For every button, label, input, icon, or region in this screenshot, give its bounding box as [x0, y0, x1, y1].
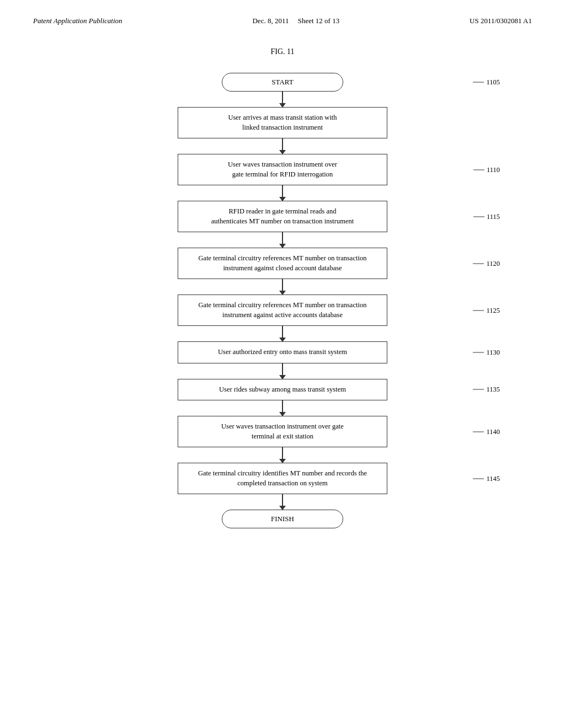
step9-tick: [473, 478, 484, 479]
step4-ref-container: 1120: [473, 259, 500, 267]
step6-text: User authorized entry onto mass transit …: [218, 348, 347, 356]
arrow-1: [282, 138, 283, 154]
step1-text: User arrives at mass transit station wit…: [228, 114, 337, 131]
step2-ref-container: 1110: [473, 165, 500, 174]
step4-box: Gate terminal circuitry references MT nu…: [178, 248, 387, 279]
step9-ref: 1145: [486, 474, 500, 483]
step5-ref-container: 1125: [473, 306, 500, 314]
step6-tick: [473, 352, 484, 352]
step7-ref-container: 1135: [473, 386, 500, 394]
step6-ref: 1130: [486, 348, 500, 356]
step7-ref: 1135: [486, 386, 500, 394]
step3-tick: [473, 216, 484, 217]
step2-ref: 1110: [487, 165, 500, 174]
step6-ref-container: 1130: [473, 348, 500, 356]
flowchart: START 1105 User arrives at mass transit …: [33, 73, 532, 528]
step3-box: RFID reader in gate terminal reads andau…: [178, 201, 387, 232]
arrow-9: [282, 494, 283, 510]
arrow-4: [282, 279, 283, 295]
step5-text: Gate terminal circuitry references MT nu…: [199, 301, 367, 319]
step8-text: User waves transaction instrument over g…: [221, 422, 344, 440]
page-header: Patent Application Publication Dec. 8, 2…: [33, 17, 532, 25]
header-sheet: Sheet 12 of 13: [298, 17, 339, 25]
finish-item: FINISH: [33, 510, 532, 528]
step7-tick: [473, 389, 484, 390]
finish-label: FINISH: [271, 515, 294, 523]
step3-ref: 1115: [487, 212, 500, 221]
arrow-5: [282, 326, 283, 341]
step8-item: User waves transaction instrument over g…: [33, 416, 532, 447]
step7-item: User rides subway among mass transit sys…: [33, 379, 532, 401]
step3-text: RFID reader in gate terminal reads andau…: [211, 207, 354, 225]
step2-item: User waves transaction instrument overga…: [33, 154, 532, 185]
step8-ref: 1140: [486, 427, 500, 436]
header-patent-number: US 2011/0302081 A1: [470, 17, 532, 25]
arrow-8: [282, 447, 283, 463]
start-ref: 1105: [486, 78, 500, 87]
step4-text: Gate terminal circuitry references MT nu…: [199, 254, 367, 272]
step9-box: Gate terminal circuitry identifies MT nu…: [178, 463, 387, 494]
header-date-sheet: Dec. 8, 2011 Sheet 12 of 13: [252, 17, 339, 25]
step2-tick: [473, 169, 484, 170]
step4-item: Gate terminal circuitry references MT nu…: [33, 248, 532, 279]
start-ref-container: 1105: [473, 78, 500, 87]
arrow-2: [282, 185, 283, 201]
step8-ref-container: 1140: [473, 427, 500, 436]
figure-title: FIG. 11: [33, 47, 532, 56]
start-label: START: [271, 78, 293, 86]
arrow-0: [282, 92, 283, 107]
step9-text: Gate terminal circuitry identifies MT nu…: [198, 469, 367, 487]
step5-ref: 1125: [486, 306, 500, 314]
step5-item: Gate terminal circuitry references MT nu…: [33, 295, 532, 326]
step5-tick: [473, 310, 484, 311]
header-date: Dec. 8, 2011: [252, 17, 289, 25]
header-publication-label: Patent Application Publication: [33, 17, 122, 25]
step8-box: User waves transaction instrument over g…: [178, 416, 387, 447]
step1-item: User arrives at mass transit station wit…: [33, 107, 532, 138]
step3-item: RFID reader in gate terminal reads andau…: [33, 201, 532, 232]
step9-item: Gate terminal circuitry identifies MT nu…: [33, 463, 532, 494]
step2-box: User waves transaction instrument overga…: [178, 154, 387, 185]
step2-text: User waves transaction instrument overga…: [228, 160, 337, 178]
step5-box: Gate terminal circuitry references MT nu…: [178, 295, 387, 326]
step9-ref-container: 1145: [473, 474, 500, 483]
step7-box: User rides subway among mass transit sys…: [178, 379, 387, 401]
arrow-3: [282, 232, 283, 248]
finish-box: FINISH: [222, 510, 343, 528]
step1-box: User arrives at mass transit station wit…: [178, 107, 387, 138]
arrow-6: [282, 363, 283, 379]
step8-tick: [473, 431, 484, 432]
step7-text: User rides subway among mass transit sys…: [219, 386, 346, 393]
start-item: START 1105: [33, 73, 532, 92]
step4-tick: [473, 263, 484, 264]
arrow-7: [282, 400, 283, 416]
step3-ref-container: 1115: [473, 212, 500, 221]
step6-item: User authorized entry onto mass transit …: [33, 341, 532, 363]
start-box: START: [222, 73, 343, 92]
start-tick: [473, 82, 484, 83]
step6-box: User authorized entry onto mass transit …: [178, 341, 387, 363]
step4-ref: 1120: [486, 259, 500, 267]
page: Patent Application Publication Dec. 8, 2…: [0, 0, 565, 728]
